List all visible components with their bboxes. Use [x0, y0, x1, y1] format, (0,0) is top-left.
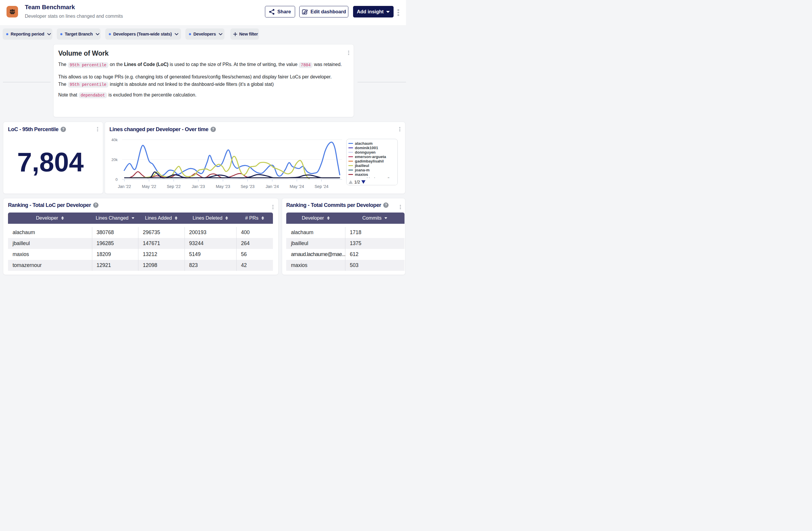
svg-text:Sep '23: Sep '23 [241, 184, 255, 189]
svg-text:May '23: May '23 [216, 184, 230, 189]
svg-text:20k: 20k [112, 157, 118, 162]
svg-text:40k: 40k [112, 138, 118, 142]
svg-text:Sep '22: Sep '22 [167, 184, 181, 189]
svg-text:Jan '24: Jan '24 [265, 184, 279, 189]
svg-text:Jan '23: Jan '23 [192, 184, 205, 189]
svg-text:May '24: May '24 [290, 184, 304, 189]
svg-text:Jan '22: Jan '22 [118, 184, 131, 189]
svg-text:0: 0 [115, 177, 117, 182]
svg-text:May '22: May '22 [142, 184, 156, 189]
svg-text:Sep '24: Sep '24 [315, 184, 329, 189]
